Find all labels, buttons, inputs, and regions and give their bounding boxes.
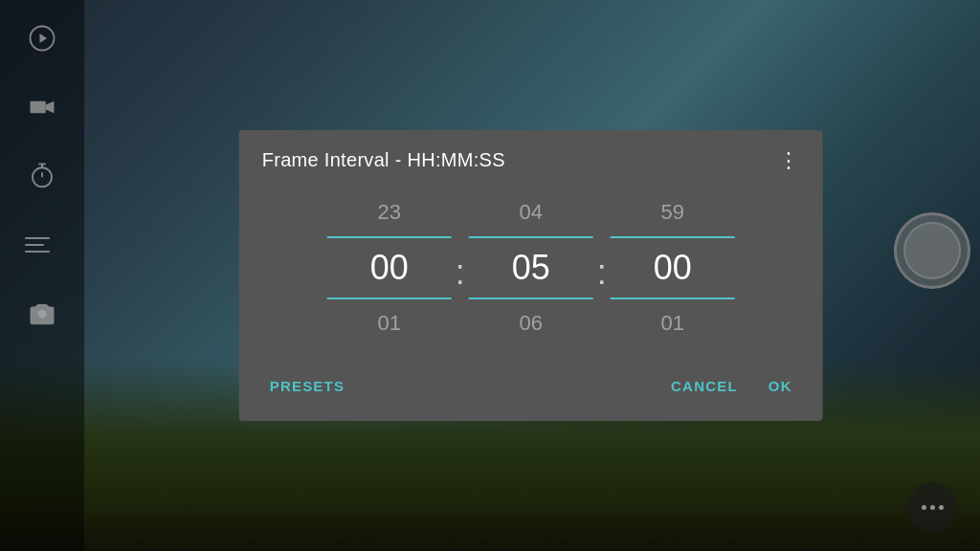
minutes-current[interactable]: 05 (512, 238, 550, 298)
hours-below: 01 (377, 307, 400, 340)
dialog-footer: PRESETS CANCEL OK (239, 359, 823, 421)
minutes-column[interactable]: 04 05 06 (469, 196, 593, 340)
dialog-title: Frame Interval - HH:MM:SS (262, 149, 505, 171)
hours-above: 23 (377, 196, 400, 229)
dialog-more-icon[interactable]: ⋮ (778, 150, 800, 171)
seconds-above: 59 (660, 196, 683, 229)
frame-interval-dialog: Frame Interval - HH:MM:SS ⋮ 23 00 01 : 0… (239, 130, 823, 421)
separator-2: : (593, 243, 611, 293)
seconds-current[interactable]: 00 (654, 238, 692, 298)
dialog-header: Frame Interval - HH:MM:SS ⋮ (239, 130, 823, 187)
hours-current[interactable]: 00 (370, 238, 409, 298)
minutes-above: 04 (519, 196, 542, 229)
hours-line-bottom (327, 298, 452, 299)
seconds-column[interactable]: 59 00 01 (611, 196, 735, 340)
cancel-button[interactable]: CANCEL (656, 366, 753, 406)
time-picker: 23 00 01 : 04 05 06 : 59 00 01 (239, 187, 823, 359)
seconds-below: 01 (660, 307, 683, 340)
seconds-line-bottom (611, 298, 735, 299)
separator-1: : (452, 243, 469, 293)
ok-button[interactable]: OK (753, 366, 808, 406)
minutes-line-bottom (469, 298, 593, 299)
presets-button[interactable]: PRESETS (255, 366, 360, 406)
minutes-below: 06 (519, 307, 542, 340)
hours-column[interactable]: 23 00 01 (327, 196, 452, 340)
